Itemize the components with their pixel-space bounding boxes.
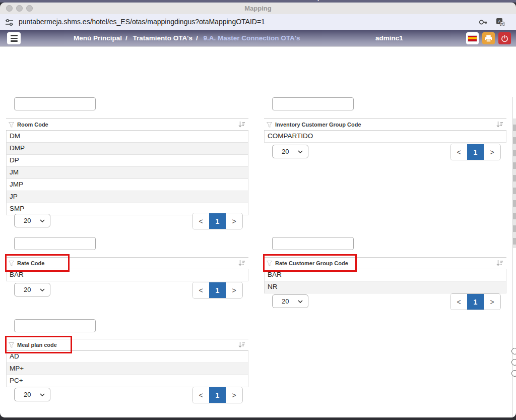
current-page-button[interactable]: 1 <box>209 282 226 298</box>
inventory-customer-group-column-header[interactable]: Inventory Customer Group Code <box>264 118 506 131</box>
table-row[interactable]: BAR <box>265 269 506 281</box>
table-row[interactable]: JP <box>7 191 248 203</box>
prev-page-button[interactable]: < <box>450 294 467 310</box>
menu-hamburger-button[interactable] <box>7 32 21 44</box>
table-row[interactable]: JMP <box>7 179 248 191</box>
language-flag-button[interactable] <box>466 32 479 44</box>
logged-in-user: adminc1 <box>375 30 403 46</box>
svg-text:文: 文 <box>500 22 504 26</box>
clipped-floating-button[interactable] <box>511 348 516 354</box>
inventory-customer-group-table: Inventory Customer Group Code COMPARTIDO <box>264 118 506 143</box>
next-page-button[interactable]: > <box>226 213 242 229</box>
table-row[interactable]: COMPARTIDO <box>265 131 506 143</box>
browser-url-bar: puntabermeja.shms.es/hotel/es_ES/otas/ma… <box>0 14 516 30</box>
table-row[interactable]: DM <box>7 131 248 143</box>
table-row[interactable]: DMP <box>7 143 248 155</box>
next-page-button[interactable]: > <box>226 282 242 298</box>
table-row[interactable]: BAR <box>7 269 248 281</box>
room-code-controls: 20 < 1 > <box>6 213 248 229</box>
room-code-filter-input[interactable] <box>14 97 96 110</box>
table-row[interactable]: JM <box>7 167 248 179</box>
clipped-floating-button[interactable] <box>511 370 516 377</box>
column-header-label: Room Code <box>17 122 48 128</box>
clipped-table-edge <box>513 118 516 248</box>
app-navbar: Menú Principal/ Tratamiento OTA's/ 9.A. … <box>0 30 516 46</box>
sort-icon[interactable] <box>238 260 245 267</box>
rate-customer-group-table: Rate Customer Group Code BARNR <box>264 257 506 293</box>
column-header-label: Rate Code <box>17 260 44 266</box>
prev-page-button[interactable]: < <box>192 213 209 229</box>
clipped-floating-button[interactable] <box>511 359 516 366</box>
rate-customer-group-controls: 20 < 1 > <box>264 293 506 310</box>
next-page-button[interactable]: > <box>226 387 242 403</box>
prev-page-button[interactable]: < <box>192 282 209 298</box>
table-row[interactable]: PC+ <box>7 375 248 387</box>
column-header-label: Inventory Customer Group Code <box>275 122 361 128</box>
pagination: < 1 > <box>450 144 501 160</box>
table-row[interactable]: DP <box>7 155 248 167</box>
breadcrumb-menu-principal[interactable]: Menú Principal <box>74 34 122 42</box>
chevron-down-icon <box>298 150 303 153</box>
next-page-button[interactable]: > <box>484 144 500 160</box>
breadcrumb-tratamiento-otas[interactable]: Tratamiento OTA's <box>133 34 192 42</box>
filter-icon[interactable] <box>9 261 14 266</box>
table-row[interactable]: MP+ <box>7 363 248 375</box>
meal-plan-filter-input[interactable] <box>14 319 96 332</box>
print-button[interactable] <box>482 32 495 44</box>
filter-icon[interactable] <box>9 342 14 348</box>
page-size-select[interactable]: 20 <box>272 294 308 308</box>
pagination: < 1 > <box>192 387 243 403</box>
current-page-button[interactable]: 1 <box>209 213 226 229</box>
rate-code-filter-input[interactable] <box>14 237 96 250</box>
inventory-customer-group-filter-input[interactable] <box>272 97 354 110</box>
breadcrumb: Menú Principal/ Tratamiento OTA's/ 9.A. … <box>74 30 300 46</box>
filter-icon[interactable] <box>267 261 272 266</box>
room-code-column-header[interactable]: Room Code <box>6 118 248 131</box>
filter-icon[interactable] <box>9 122 14 128</box>
window-title: Mapping <box>0 5 516 12</box>
titlebar: Mapping <box>0 3 516 15</box>
chevron-down-icon <box>40 288 45 291</box>
current-page-button[interactable]: 1 <box>209 387 226 403</box>
table-row[interactable]: AD <box>7 351 248 363</box>
rate-customer-group-column-header[interactable]: Rate Customer Group Code <box>264 257 506 269</box>
meal-plan-table: Meal plan code ADMP+PC+ <box>6 339 248 387</box>
prev-page-button[interactable]: < <box>450 144 467 160</box>
site-settings-icon[interactable] <box>5 18 14 27</box>
sort-icon[interactable] <box>496 260 503 267</box>
page-content: Room Code DMDMPDPJMJMPJPSMP 20 <box>0 46 516 417</box>
password-key-icon[interactable] <box>479 18 488 26</box>
pagination: < 1 > <box>192 213 243 229</box>
spanish-flag-icon <box>468 35 477 42</box>
rate-code-table: Rate Code BAR <box>6 257 248 281</box>
power-icon <box>501 35 508 42</box>
next-page-button[interactable]: > <box>484 294 500 310</box>
page-size-select[interactable]: 20 <box>14 283 50 296</box>
printer-icon <box>485 35 492 42</box>
current-page-button[interactable]: 1 <box>467 294 484 310</box>
page-size-select[interactable]: 20 <box>14 388 50 401</box>
sort-icon[interactable] <box>496 121 503 128</box>
meal-plan-controls: 20 < 1 > <box>6 387 248 403</box>
translate-icon[interactable]: A 文 <box>496 18 504 26</box>
rate-code-controls: 20 < 1 > <box>6 282 248 298</box>
url-text[interactable]: puntabermeja.shms.es/hotel/es_ES/otas/ma… <box>19 18 265 26</box>
filter-icon[interactable] <box>267 122 272 128</box>
column-header-label: Rate Customer Group Code <box>275 260 348 266</box>
sort-icon[interactable] <box>238 121 245 128</box>
logout-button[interactable] <box>498 32 511 44</box>
chevron-down-icon <box>40 219 45 222</box>
rate-code-column-header[interactable]: Rate Code <box>6 257 248 269</box>
pagination: < 1 > <box>450 293 501 310</box>
chevron-down-icon <box>40 393 45 396</box>
prev-page-button[interactable]: < <box>192 387 209 403</box>
sort-icon[interactable] <box>238 341 245 348</box>
meal-plan-column-header[interactable]: Meal plan code <box>6 339 248 351</box>
table-row[interactable]: NR <box>265 281 506 293</box>
column-header-label: Meal plan code <box>17 342 57 348</box>
page-size-select[interactable]: 20 <box>14 214 50 227</box>
rate-customer-group-filter-input[interactable] <box>272 237 354 250</box>
current-page-button[interactable]: 1 <box>467 144 484 160</box>
chevron-down-icon <box>298 300 303 303</box>
page-size-select[interactable]: 20 <box>272 145 308 158</box>
